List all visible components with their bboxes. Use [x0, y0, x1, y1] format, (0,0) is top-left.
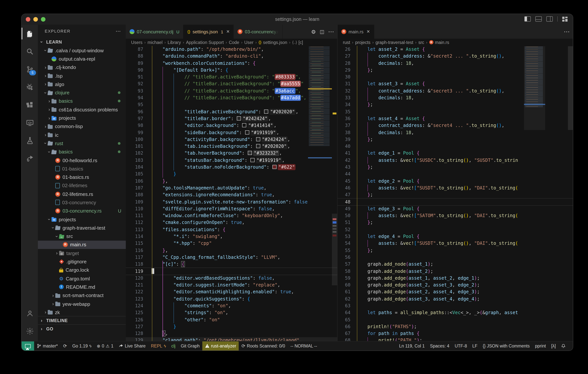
breadcrumb-projects[interactable]: projects: [355, 40, 370, 44]
breadcrumb-src[interactable]: src: [418, 40, 424, 44]
status-cursor-position[interactable]: Ln 119, Col 1: [397, 342, 427, 351]
tree-item-src[interactable]: ›‹›src: [38, 232, 126, 241]
tree-item-03-concurrency.rs[interactable]: R03-concurrency.rsU: [38, 207, 126, 215]
section-learn[interactable]: ›LEARN: [38, 38, 126, 46]
tab-07-concurrency.clj[interactable]: 07-concurrency.cljU: [126, 25, 184, 39]
tree-item-scrt-smart-contract[interactable]: ›scrt-smart-contract: [38, 291, 126, 300]
tree-item-cargo.toml[interactable]: ⚙Cargo.toml: [38, 274, 126, 283]
status-notifications-bell[interactable]: [558, 342, 568, 351]
tree-item-projects[interactable]: ›⚒projects: [38, 215, 126, 224]
tree-item-.calva-output-window[interactable]: ›.calva / output-window: [38, 46, 126, 55]
status-go-version[interactable]: Go 1.19ϟ: [70, 342, 94, 351]
tree-item-algo[interactable]: ›algo: [38, 80, 126, 88]
status-lambda[interactable]: [λ]: [549, 342, 558, 351]
breadcrumb-[c][interactable]: {..}[c]: [292, 40, 303, 44]
code-line-41: let edge_1 = Pool {: [357, 150, 524, 157]
tab-03-concurrency.r[interactable]: R03-concurrency.r: [234, 25, 283, 39]
status-git-graph[interactable]: Git Graph: [178, 342, 202, 351]
breadcrumb-settings.json[interactable]: {}settings.json: [259, 40, 287, 44]
breadcrumb-michael[interactable]: michael: [147, 40, 163, 44]
explorer-icon[interactable]: [21, 25, 38, 43]
status-encoding[interactable]: UTF-8: [452, 342, 470, 351]
tree-item-02-lifetimes.rs[interactable]: R02-lifetimes.rs: [38, 190, 126, 198]
breadcrumb-application-support[interactable]: Application Support: [186, 40, 224, 44]
status-clj[interactable]: clj: [168, 342, 178, 351]
toggle-panel-icon[interactable]: [535, 16, 542, 21]
tree-item-yew-webapp[interactable]: ›yew-webapp: [38, 300, 126, 308]
tree-item-basics[interactable]: ›basics: [38, 97, 126, 106]
status-vim-mode[interactable]: -- NORMAL --: [288, 342, 320, 351]
toggle-sidebar-icon[interactable]: [524, 16, 531, 21]
status-live-share[interactable]: Live Share: [116, 342, 148, 351]
tree-item-output.calva-repl[interactable]: output.calva-repl: [38, 55, 126, 63]
tab-close-icon[interactable]: ✕: [367, 29, 370, 34]
tree-item-rust[interactable]: ›rust: [38, 139, 126, 148]
extensions-icon[interactable]: [21, 96, 38, 114]
tree-item-02-lifetimes[interactable]: 02-lifetimes: [38, 182, 126, 190]
tree-item-00-helloworld.rs[interactable]: R00-helloworld.rs: [38, 156, 126, 165]
section-timeline[interactable]: ›TIMELINE: [38, 316, 126, 325]
indent-guide: [368, 337, 368, 342]
tree-item-zk[interactable]: ›zk: [38, 308, 126, 317]
tree-item-readme.md[interactable]: iREADME.md: [38, 283, 126, 291]
section-go[interactable]: ›GO: [38, 324, 126, 333]
live-share-icon[interactable]: [21, 149, 38, 167]
tree-item-03-concurrency[interactable]: 03-concurrency: [38, 198, 126, 207]
search-icon[interactable]: [21, 43, 38, 60]
status-sync[interactable]: ⟳: [60, 342, 70, 351]
tree-item-.clj-kondo[interactable]: ›.clj-kondo: [38, 63, 126, 72]
account-icon[interactable]: [21, 304, 38, 322]
breadcrumb-main.rs[interactable]: Rmain.rs: [429, 40, 449, 44]
tree-item-.gitignore[interactable]: .gitignore: [38, 257, 126, 266]
tree-item-projects[interactable]: ›⚒projects: [38, 114, 126, 122]
explorer-more-actions-icon[interactable]: ⋯: [116, 25, 121, 38]
tree-item-ic[interactable]: ›ic: [38, 131, 126, 139]
tree-item-01-basics[interactable]: 01-basics: [38, 164, 126, 173]
status-remote-indicator[interactable]: [21, 342, 34, 351]
status-pprint[interactable]: pprint: [532, 342, 549, 351]
tree-item-graph-traversal-test[interactable]: ›graph-traversal-test: [38, 224, 126, 232]
minimap-left[interactable]: [308, 46, 332, 341]
tree-item-clojure[interactable]: ›clojure: [38, 88, 126, 97]
tab-settings.json[interactable]: {}settings.json1✕: [184, 25, 234, 39]
tree-item-main.rs[interactable]: Rmain.rs: [38, 241, 126, 249]
status-repl[interactable]: REPLϟ: [148, 342, 169, 351]
breadcrumb-code[interactable]: Code: [229, 40, 239, 44]
breadcrumb-rust[interactable]: rust: [343, 40, 350, 44]
split-editor-icon[interactable]: ◫: [320, 29, 324, 34]
source-control-icon[interactable]: 5: [21, 60, 38, 78]
testing-icon[interactable]: [21, 131, 38, 149]
status-git-branch[interactable]: master*: [34, 342, 60, 351]
tree-item-cargo.lock[interactable]: Cargo.lock: [38, 266, 126, 274]
breadcrumb-library[interactable]: Library: [168, 40, 181, 44]
tree-item-01-basics.rs[interactable]: R01-basics.rs: [38, 173, 126, 182]
scrollbar-right[interactable]: [568, 46, 573, 341]
toggle-secondary-sidebar-icon[interactable]: [546, 16, 553, 21]
tree-item-common-lisp[interactable]: ›common-lisp: [38, 122, 126, 131]
minimap-right[interactable]: [524, 46, 545, 341]
editor-settings-json[interactable]: 8788899091929394959697989910010110210310…: [126, 46, 337, 342]
tree-item-.lsp[interactable]: ›.lsp: [38, 72, 126, 80]
breadcrumb-user[interactable]: User: [244, 40, 254, 44]
breadcrumb-graph-traversal-test[interactable]: graph-traversal-test: [376, 40, 413, 44]
status-problems[interactable]: ⊗0⚠1: [94, 342, 116, 351]
customize-layout-icon[interactable]: [562, 16, 567, 21]
run-debug-icon[interactable]: [21, 78, 38, 96]
tree-item-cs61a-discussion-problems[interactable]: ›cs61a discussion problems: [38, 105, 126, 114]
more-actions-icon[interactable]: ⋯: [328, 28, 334, 35]
status-language-mode[interactable]: {} JSON with Comments: [480, 342, 532, 351]
scrollbar-left[interactable]: [332, 46, 337, 341]
settings-gear-icon[interactable]: [21, 322, 38, 340]
status-eol[interactable]: LF: [470, 342, 480, 351]
status-rust-analyzer[interactable]: rust-analyzer: [202, 342, 239, 351]
remote-explorer-icon[interactable]: [21, 114, 38, 131]
status-roots-scanned[interactable]: ⟳Roots Scanned: 0/0: [239, 342, 288, 351]
tab-close-icon[interactable]: ✕: [226, 29, 230, 34]
tree-item-basics[interactable]: ›basics: [38, 148, 126, 156]
breadcrumb-users[interactable]: Users: [131, 40, 142, 44]
open-settings-gear-icon[interactable]: ⚙: [311, 29, 316, 35]
tree-item-target[interactable]: ›◎target: [38, 249, 126, 257]
status-indentation[interactable]: Spaces: 4: [427, 342, 452, 351]
tab-main.rs[interactable]: Rmain.rs✕: [337, 25, 374, 39]
more-actions-right-icon[interactable]: ⋯: [564, 28, 570, 35]
